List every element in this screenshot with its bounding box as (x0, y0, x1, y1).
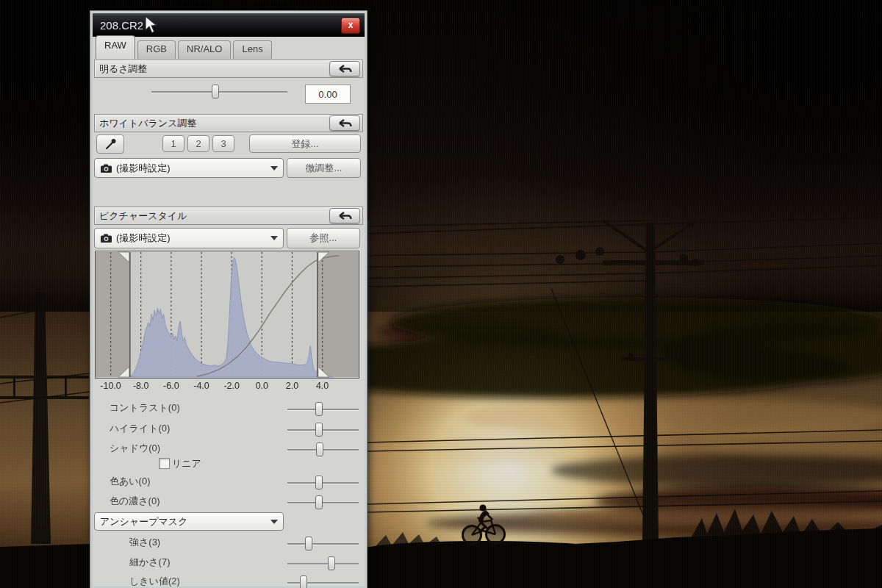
tab-bar: RAW RGB NR/ALO Lens (96, 37, 274, 59)
tab-nr-alo[interactable]: NR/ALO (178, 40, 231, 59)
svg-text:2.0: 2.0 (286, 381, 298, 391)
camera-icon (100, 163, 112, 173)
slider-thumb[interactable] (315, 402, 323, 416)
white-balance-value: (撮影時設定) (116, 162, 171, 175)
title-bar[interactable]: 208.CR2 x (93, 13, 365, 37)
highlight-label: ハイライト(0) (110, 422, 170, 435)
slider-thumb[interactable] (315, 423, 323, 437)
svg-text:4.0: 4.0 (316, 381, 329, 391)
wb-preset-2-button[interactable]: 2 (187, 135, 209, 152)
tab-lens[interactable]: Lens (233, 40, 271, 59)
screen-photo: 208.CR2 x RAW RGB NR/ALO Lens 明るさ調整 0.00… (0, 0, 882, 588)
fineness-label: 細かさ(7) (129, 556, 171, 569)
histogram-panel[interactable]: -10.0-8.0-6.0-4.0-2.00.02.04.0 (95, 251, 359, 392)
slider-track (287, 482, 359, 484)
wb-preset-1-button[interactable]: 1 (162, 135, 184, 152)
fineness-slider[interactable] (287, 556, 359, 571)
slider-track (151, 91, 287, 93)
slider-thumb[interactable] (212, 85, 219, 98)
threshold-slider[interactable] (287, 576, 359, 588)
brightness-section-header: 明るさ調整 (94, 60, 363, 78)
wb-preset-3-button[interactable]: 3 (212, 135, 234, 152)
strength-slider[interactable] (287, 537, 359, 551)
svg-text:-10.0: -10.0 (100, 381, 121, 391)
strength-label: 強さ(3) (129, 536, 160, 549)
slider-track (287, 582, 359, 584)
window-title: 208.CR2 (100, 19, 143, 32)
highlight-slider[interactable] (287, 423, 359, 437)
slider-track (287, 429, 359, 431)
brightness-slider[interactable] (151, 85, 287, 99)
contrast-label: コントラスト(0) (110, 401, 180, 415)
slider-thumb[interactable] (305, 537, 312, 551)
slider-track (287, 543, 359, 545)
threshold-label: しきい値(2) (129, 575, 180, 588)
slider-thumb[interactable] (315, 495, 323, 509)
close-button[interactable]: x (341, 18, 360, 34)
picture-style-section-header: ピクチャースタイル (94, 207, 363, 225)
close-icon: x (348, 20, 354, 30)
white-balance-section-title: ホワイトバランス調整 (99, 117, 196, 130)
slider-track (287, 563, 359, 564)
saturation-label: 色の濃さ(0) (110, 495, 160, 508)
picture-style-reset-button[interactable] (329, 208, 360, 223)
undo-arrow-icon (337, 211, 353, 220)
white-balance-reset-button[interactable] (329, 115, 360, 131)
shadow-slider[interactable] (287, 442, 359, 457)
undo-arrow-icon (337, 118, 353, 128)
ps-browse-button[interactable]: 参照... (287, 228, 360, 248)
slider-track (287, 409, 359, 410)
caret-down-icon (270, 166, 278, 171)
mouse-pointer-icon (144, 15, 159, 35)
sharpness-mode-dropdown[interactable]: アンシャープマスク (94, 512, 284, 531)
hue-label: 色あい(0) (110, 475, 151, 488)
slider-thumb[interactable] (300, 576, 307, 588)
hue-slider[interactable] (287, 476, 359, 490)
shadow-label: シャドウ(0) (110, 442, 160, 455)
brightness-value-field[interactable]: 0.00 (305, 85, 351, 104)
undo-arrow-icon (337, 64, 353, 74)
brightness-reset-button[interactable] (329, 61, 360, 76)
linear-checkbox[interactable] (159, 458, 170, 469)
eyedropper-icon (104, 137, 117, 151)
saturation-slider[interactable] (287, 495, 359, 510)
picture-style-dropdown[interactable]: (撮影時設定) (94, 228, 284, 248)
sharpness-mode-value: アンシャープマスク (100, 515, 187, 528)
svg-text:-8.0: -8.0 (133, 381, 149, 391)
camera-icon (100, 233, 112, 243)
caret-down-icon (270, 520, 278, 524)
svg-text:-2.0: -2.0 (223, 381, 240, 391)
slider-track (287, 502, 359, 503)
white-balance-section-header: ホワイトバランス調整 (94, 114, 363, 132)
slider-thumb[interactable] (328, 556, 335, 570)
svg-text:0.0: 0.0 (256, 381, 268, 391)
tab-rgb[interactable]: RGB (137, 40, 176, 59)
svg-text:-4.0: -4.0 (193, 381, 209, 391)
white-balance-eyedropper-button[interactable] (96, 135, 124, 154)
brightness-section-title: 明るさ調整 (99, 62, 148, 76)
caret-down-icon (270, 236, 278, 240)
picture-style-value: (撮影時設定) (116, 232, 171, 245)
contrast-slider[interactable] (287, 402, 359, 417)
tab-raw[interactable]: RAW (96, 35, 135, 59)
wb-register-button[interactable]: 登録... (249, 135, 361, 153)
raw-adjustment-dialog: 208.CR2 x RAW RGB NR/ALO Lens 明るさ調整 0.00… (90, 10, 368, 588)
picture-style-section-title: ピクチャースタイル (99, 209, 187, 223)
white-balance-dropdown[interactable]: (撮影時設定) (94, 158, 284, 178)
slider-thumb[interactable] (316, 442, 323, 456)
slider-thumb[interactable] (315, 476, 323, 490)
wb-fine-tune-button[interactable]: 微調整... (287, 158, 361, 178)
svg-text:-6.0: -6.0 (163, 381, 179, 391)
linear-checkbox-label: リニア (172, 457, 201, 470)
